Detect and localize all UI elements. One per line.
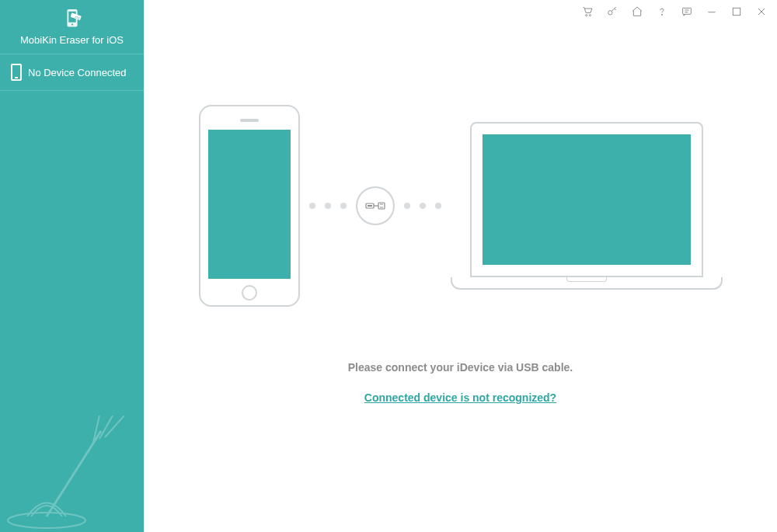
connection-dots xyxy=(309,186,441,225)
svg-rect-22 xyxy=(368,205,372,207)
home-icon[interactable] xyxy=(631,5,643,18)
laptop-illustration xyxy=(451,122,723,290)
laptop-lid xyxy=(470,122,703,277)
help-icon[interactable] xyxy=(656,5,668,18)
dot-icon xyxy=(435,203,441,209)
not-recognized-link[interactable]: Connected device is not recognized? xyxy=(364,391,556,404)
laptop-screen xyxy=(483,134,691,265)
phone-screen xyxy=(208,130,291,279)
svg-line-8 xyxy=(99,416,113,439)
app-window: iOS MobiKin Eraser for iOS No Device Con… xyxy=(0,0,777,532)
svg-line-9 xyxy=(105,416,124,437)
dot-icon xyxy=(420,203,426,209)
dot-icon xyxy=(404,203,410,209)
connection-graphic xyxy=(199,105,723,307)
maximize-icon[interactable] xyxy=(730,5,743,18)
svg-point-13 xyxy=(661,14,662,15)
titlebar xyxy=(144,0,777,23)
svg-point-11 xyxy=(589,15,591,16)
phone-home-button-icon xyxy=(242,285,257,301)
svg-point-12 xyxy=(608,11,612,15)
phone-mini-icon xyxy=(11,64,22,81)
svg-point-5 xyxy=(8,513,85,528)
dot-icon xyxy=(309,203,315,209)
svg-rect-24 xyxy=(378,203,385,209)
sidebar: iOS MobiKin Eraser for iOS No Device Con… xyxy=(0,0,144,532)
key-icon[interactable] xyxy=(606,5,618,18)
svg-rect-14 xyxy=(683,8,692,14)
main-panel: Please connect your iDevice via USB cabl… xyxy=(144,0,777,532)
svg-line-7 xyxy=(93,416,99,443)
svg-point-10 xyxy=(586,15,587,16)
dot-icon xyxy=(340,203,347,209)
svg-line-6 xyxy=(47,431,101,516)
app-logo-icon: iOS xyxy=(61,8,84,31)
minimize-icon[interactable] xyxy=(706,5,718,18)
usb-icon xyxy=(356,186,395,225)
cart-icon[interactable] xyxy=(581,5,594,18)
phone-illustration xyxy=(199,105,300,307)
close-icon[interactable] xyxy=(755,5,768,18)
dot-icon xyxy=(325,203,331,209)
svg-rect-18 xyxy=(733,8,740,15)
feedback-icon[interactable] xyxy=(681,5,693,18)
phone-speaker-icon xyxy=(240,119,259,122)
svg-point-2 xyxy=(71,23,72,25)
logo-area: iOS MobiKin Eraser for iOS xyxy=(0,0,144,54)
app-title: MobiKin Eraser for iOS xyxy=(20,34,124,46)
device-status-label: No Device Connected xyxy=(28,67,126,78)
device-status: No Device Connected xyxy=(0,54,144,91)
instruction-text: Please connect your iDevice via USB cabl… xyxy=(348,361,573,374)
content-area: Please connect your iDevice via USB cabl… xyxy=(144,23,777,532)
sweep-decoration-icon xyxy=(0,416,144,532)
laptop-base xyxy=(451,277,723,290)
messages: Please connect your iDevice via USB cabl… xyxy=(348,361,573,405)
